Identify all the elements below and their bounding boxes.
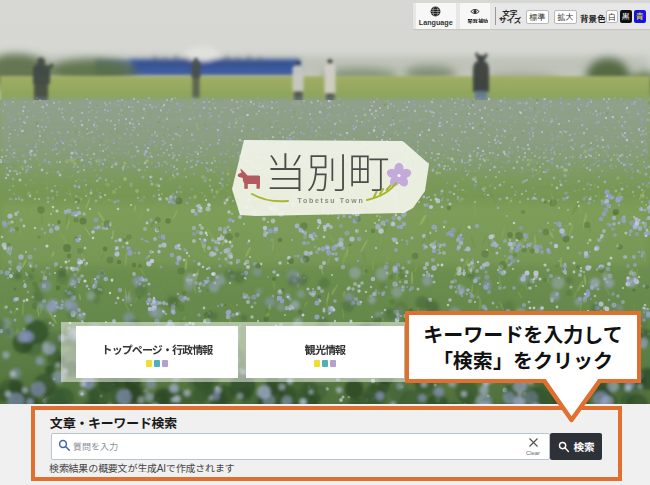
svg-text:Tobetsu Town: Tobetsu Town xyxy=(298,197,365,204)
svg-text:当別町: 当別町 xyxy=(265,140,390,200)
